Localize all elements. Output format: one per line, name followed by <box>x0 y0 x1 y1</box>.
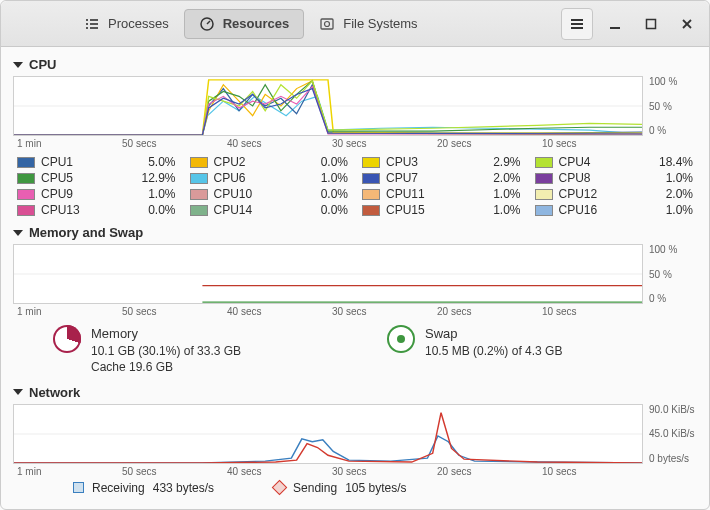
cpu-pct: 12.9% <box>136 171 176 185</box>
receiving-value: 433 bytes/s <box>153 481 214 495</box>
tab-resources[interactable]: Resources <box>184 9 304 39</box>
svg-rect-12 <box>571 27 583 29</box>
cpu-name: CPU7 <box>386 171 475 185</box>
receiving-label: Receiving <box>92 481 145 495</box>
disk-icon <box>319 16 335 32</box>
memory-chart <box>13 244 643 304</box>
svg-rect-3 <box>90 23 98 25</box>
minimize-button[interactable] <box>601 10 629 38</box>
cpu-legend-item[interactable]: CPU61.0% <box>190 171 349 185</box>
cpu-legend-item[interactable]: CPU32.9% <box>362 155 521 169</box>
list-icon <box>84 16 100 32</box>
cpu-swatch <box>17 157 35 168</box>
tab-processes[interactable]: Processes <box>69 9 184 39</box>
cpu-swatch <box>362 205 380 216</box>
cpu-yaxis: 100 % 50 % 0 % <box>649 76 697 136</box>
memory-usage: 10.1 GB (30.1%) of 33.3 GB <box>91 343 241 359</box>
cpu-xaxis: 1 min 50 secs 40 secs 30 secs 20 secs 10… <box>13 136 697 149</box>
hamburger-menu-button[interactable] <box>561 8 593 40</box>
cpu-pct: 2.9% <box>481 155 521 169</box>
cpu-pct: 1.0% <box>481 187 521 201</box>
sending-label: Sending <box>293 481 337 495</box>
sending-value: 105 bytes/s <box>345 481 406 495</box>
svg-rect-14 <box>647 19 656 28</box>
tab-filesystems[interactable]: File Systems <box>304 9 432 39</box>
network-chart <box>13 404 643 464</box>
cpu-name: CPU14 <box>214 203 303 217</box>
cpu-name: CPU9 <box>41 187 130 201</box>
close-icon <box>681 18 693 30</box>
cpu-pct: 0.0% <box>308 187 348 201</box>
cpu-pct: 1.0% <box>653 171 693 185</box>
cpu-legend-item[interactable]: CPU161.0% <box>535 203 694 217</box>
section-header-memory[interactable]: Memory and Swap <box>13 225 697 240</box>
cpu-name: CPU1 <box>41 155 130 169</box>
memory-label: Memory <box>91 325 241 343</box>
cpu-legend-item[interactable]: CPU130.0% <box>17 203 176 217</box>
cpu-legend-item[interactable]: CPU418.4% <box>535 155 694 169</box>
maximize-button[interactable] <box>637 10 665 38</box>
cpu-pct: 1.0% <box>136 187 176 201</box>
tab-label: Processes <box>108 16 169 31</box>
cpu-pct: 2.0% <box>481 171 521 185</box>
cpu-pct: 1.0% <box>481 203 521 217</box>
cpu-legend-item[interactable]: CPU91.0% <box>17 187 176 201</box>
cpu-chart <box>13 76 643 136</box>
cpu-legend-item[interactable]: CPU20.0% <box>190 155 349 169</box>
svg-rect-5 <box>90 27 98 29</box>
cpu-pct: 1.0% <box>653 203 693 217</box>
cpu-legend-item[interactable]: CPU15.0% <box>17 155 176 169</box>
swap-indicator: Swap 10.5 MB (0.2%) of 4.3 GB <box>387 325 697 359</box>
memory-xaxis: 1 min 50 secs 40 secs 30 secs 20 secs 10… <box>13 304 697 317</box>
cpu-swatch <box>190 173 208 184</box>
svg-line-7 <box>207 21 210 24</box>
disclosure-triangle-icon <box>13 62 23 68</box>
cpu-legend-item[interactable]: CPU122.0% <box>535 187 694 201</box>
cpu-swatch <box>17 189 35 200</box>
cpu-legend-item[interactable]: CPU72.0% <box>362 171 521 185</box>
svg-rect-13 <box>610 27 620 29</box>
receiving-swatch <box>73 482 84 493</box>
cpu-name: CPU15 <box>386 203 475 217</box>
gauge-icon <box>199 16 215 32</box>
swap-pie-icon <box>387 325 415 353</box>
cpu-name: CPU3 <box>386 155 475 169</box>
cpu-name: CPU8 <box>559 171 648 185</box>
cpu-pct: 1.0% <box>308 171 348 185</box>
section-header-cpu[interactable]: CPU <box>13 57 697 72</box>
cpu-legend-item[interactable]: CPU81.0% <box>535 171 694 185</box>
minimize-icon <box>609 18 621 30</box>
cpu-swatch <box>535 189 553 200</box>
cpu-swatch <box>535 157 553 168</box>
svg-rect-1 <box>90 19 98 21</box>
section-header-network[interactable]: Network <box>13 385 697 400</box>
cpu-legend-grid: CPU15.0%CPU20.0%CPU32.9%CPU418.4%CPU512.… <box>13 149 697 219</box>
svg-rect-2 <box>86 23 88 25</box>
svg-rect-11 <box>571 23 583 25</box>
network-legend: Receiving 433 bytes/s Sending 105 bytes/… <box>13 477 697 495</box>
svg-point-9 <box>325 21 330 26</box>
cpu-pct: 0.0% <box>308 155 348 169</box>
cpu-pct: 0.0% <box>136 203 176 217</box>
section-title: Memory and Swap <box>29 225 143 240</box>
cpu-swatch <box>535 205 553 216</box>
cpu-name: CPU16 <box>559 203 648 217</box>
sending-swatch <box>272 480 288 496</box>
cpu-legend-item[interactable]: CPU111.0% <box>362 187 521 201</box>
section-title: Network <box>29 385 80 400</box>
close-button[interactable] <box>673 10 701 38</box>
cpu-name: CPU10 <box>214 187 303 201</box>
cpu-legend-item[interactable]: CPU512.9% <box>17 171 176 185</box>
network-yaxis: 90.0 KiB/s 45.0 KiB/s 0 bytes/s <box>649 404 697 464</box>
maximize-icon <box>645 18 657 30</box>
cpu-legend-item[interactable]: CPU100.0% <box>190 187 349 201</box>
cpu-name: CPU2 <box>214 155 303 169</box>
svg-rect-0 <box>86 19 88 21</box>
cpu-legend-item[interactable]: CPU140.0% <box>190 203 349 217</box>
cpu-name: CPU5 <box>41 171 130 185</box>
disclosure-triangle-icon <box>13 230 23 236</box>
cpu-swatch <box>362 173 380 184</box>
hamburger-icon <box>569 16 585 32</box>
cpu-legend-item[interactable]: CPU151.0% <box>362 203 521 217</box>
cpu-pct: 5.0% <box>136 155 176 169</box>
